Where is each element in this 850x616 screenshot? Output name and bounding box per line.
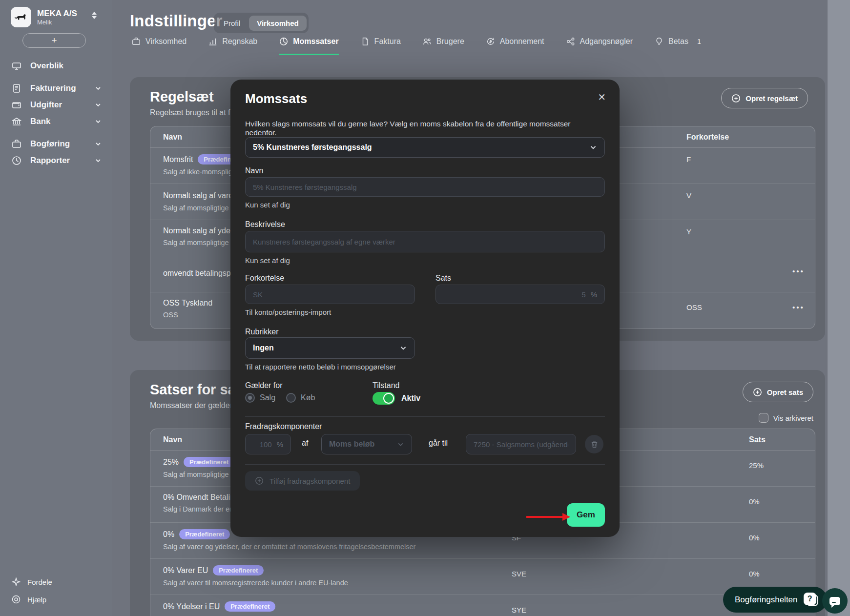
page-title: Indstillinger [130,12,223,30]
plus-circle-icon [255,476,264,485]
name-input[interactable] [245,177,605,197]
radio-kob[interactable]: Køb [286,393,315,403]
table-row-0-ydelser-eu[interactable]: 0% Ydelser i EUPrædefineret SYE 0% [150,595,815,616]
active-toggle[interactable] [373,392,395,405]
rate-input[interactable] [443,290,587,299]
rate-input-wrap: % [435,285,605,304]
abbrev-input[interactable] [245,285,415,304]
description-label: Beskrivelse [245,220,285,229]
bar-chart-icon [208,37,217,46]
modal-description: Hvilken slags momssats vil du gerne lave… [245,120,597,137]
section-subtitle: Momssatser der gælder fo [150,401,241,410]
deduction-percent-input[interactable] [253,440,273,449]
sidebar-item-fakturering[interactable]: Fakturering [0,80,112,97]
share-nodes-icon [566,37,575,46]
predefined-badge: Prædefineret [213,565,264,575]
template-select[interactable]: 5% Kunstneres førstegangssalg [245,137,605,158]
chevron-down-icon [95,102,102,108]
scroll-gutter[interactable] [828,0,850,616]
profile-company-toggle: Profil Virksomhed [214,13,309,33]
predefined-badge: Prædefineret [179,529,230,539]
deduction-source-select[interactable]: Moms beløb [321,434,412,454]
plus-circle-icon [731,94,741,103]
radio-salg[interactable]: Salg [245,393,275,403]
radio-dot [245,393,255,403]
modal-title: Momssats [245,91,307,106]
rubrik-helper: Til at rapportere netto beløb i momsopgø… [245,363,396,371]
toggle-knob [383,393,394,404]
sidebar-item-hjaelp[interactable]: Hjælp [0,591,112,608]
app-window: MEKA A/S Melik + Overblik Fakturering Ud… [0,0,850,616]
rubrik-label: Rubrikker [245,328,278,336]
company-subtitle: Melik [37,19,77,26]
abbrev-helper: Til konto/posterings-import [245,308,331,316]
segment-profil[interactable]: Profil [216,16,248,31]
assistant-button[interactable]: Bogføringshelten ? [723,587,827,613]
row-menu-icon[interactable] [792,303,805,311]
pie-chart-icon [279,37,288,46]
of-label: af [302,439,308,448]
sidebar-item-udgifter[interactable]: Udgifter [0,97,112,113]
betas-count-badge: 1 [697,38,701,45]
briefcase-icon [132,37,141,46]
chevron-down-icon [95,141,102,147]
sidebar: MEKA A/S Melik + Overblik Fakturering Ud… [0,0,112,616]
company-switcher[interactable]: MEKA A/S Melik [11,7,77,27]
state-label: Tilstand [373,381,399,390]
chat-button[interactable] [822,588,848,614]
radio-dot [286,393,296,403]
tab-betas[interactable]: Betas 1 [655,37,701,55]
dog-icon [14,10,28,24]
rubrik-select[interactable]: Ingen [245,337,415,359]
rate-label: Sats [435,274,451,283]
sidebar-item-bogforing[interactable]: Bogføring [0,136,112,152]
section-subtitle: Regelsæt bruges til at find [150,108,241,117]
segment-virksomhed[interactable]: Virksomhed [249,16,307,31]
sidebar-nav: Overblik Fakturering Udgifter Bank Bogfø… [0,58,112,169]
sidebar-item-rapporter[interactable]: Rapporter [0,152,112,169]
save-button[interactable]: Gem [567,503,605,527]
show-archived-checkbox[interactable] [759,413,768,423]
tab-adgangsnogler[interactable]: Adgangsnøgler [566,37,633,55]
plus-circle-icon [753,388,762,397]
close-icon[interactable]: ✕ [598,91,606,103]
company-logo [11,7,31,27]
sidebar-item-bank[interactable]: Bank [0,113,112,130]
percent-suffix: % [277,440,283,449]
bank-icon [12,117,21,126]
help-icon [12,595,21,604]
create-rate-button[interactable]: Opret sats [743,382,813,402]
momssats-modal: Momssats ✕ Hvilken slags momssats vil du… [230,80,620,537]
sidebar-item-overblik[interactable]: Overblik [0,58,112,74]
sidebar-item-fordele[interactable]: Fordele [0,573,112,591]
deduction-account-input[interactable] [466,434,576,454]
description-input[interactable] [245,231,605,252]
trash-icon [590,440,599,449]
divider [245,416,605,417]
delete-component-button[interactable] [585,435,603,453]
add-button[interactable]: + [22,33,86,48]
chevron-down-icon [95,85,102,92]
spark-icon [12,577,21,586]
tab-faktura[interactable]: Faktura [361,37,401,55]
predefined-badge: Prædefineret [225,601,275,612]
report-icon [12,156,21,165]
percent-suffix: % [591,290,597,299]
tab-momssatser[interactable]: Momssatser [279,37,338,55]
tab-regnskab[interactable]: Regnskab [208,37,257,55]
table-row-0-varer-eu[interactable]: 0% Varer EUPrædefineret Salg af varer ti… [150,559,815,595]
create-ruleset-button[interactable]: Opret regelsæt [721,88,808,108]
add-component-button[interactable]: Tilføj fradragskomponent [245,471,360,491]
row-menu-icon[interactable] [792,267,805,275]
subscription-refresh-icon [486,37,495,46]
deduction-percent-wrap: % [245,434,291,454]
invoice-icon [12,83,21,93]
briefcase-icon [12,139,21,149]
predefined-badge: Prædefineret [184,457,234,467]
tab-brugere[interactable]: Brugere [423,37,464,55]
company-switch-icon[interactable] [92,12,97,19]
chevron-down-icon [399,344,407,352]
tab-abonnement[interactable]: Abonnement [486,37,544,55]
tab-virksomhed[interactable]: Virksomhed [132,37,187,55]
document-icon [361,37,370,46]
